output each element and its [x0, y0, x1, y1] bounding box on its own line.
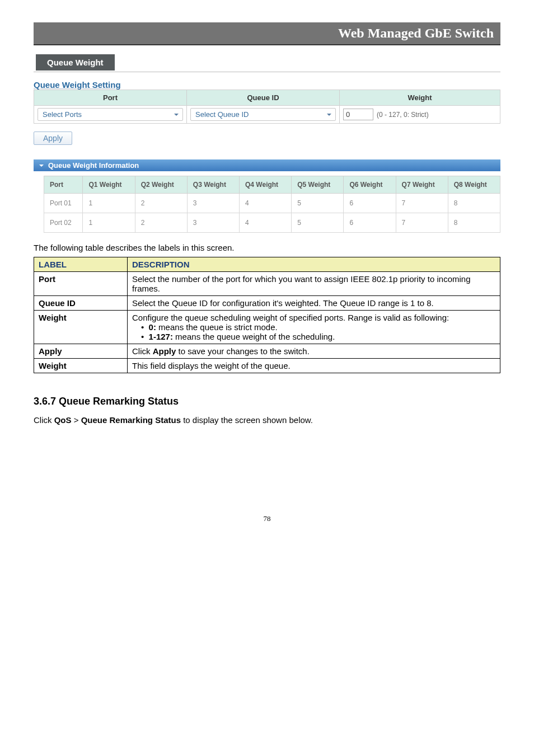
info-td: 7 [396, 194, 448, 213]
table-row: Weight This field displays the weight of… [34, 359, 500, 373]
weight-hint: (0 - 127, 0: Strict) [377, 111, 429, 119]
info-th: Q6 Weight [344, 176, 396, 194]
desc-label: Port [34, 272, 128, 296]
body-text-b2: Queue Remarking Status [81, 415, 181, 425]
page-number: 78 [34, 514, 500, 523]
info-td: 8 [448, 194, 500, 213]
config-table: Port Queue ID Weight Select Ports Select… [34, 90, 500, 124]
body-text-pre: Click [34, 415, 54, 425]
desc-bullet-key: 0: [149, 322, 156, 332]
info-th: Port [44, 176, 83, 194]
desc-th-desc: DESCRIPTION [128, 257, 500, 272]
queueid-select-label: Select Queue ID [195, 110, 249, 119]
desc-label: Weight [34, 311, 128, 344]
weight-cell: (0 - 127, 0: Strict) [343, 109, 496, 120]
info-th: Q1 Weight [83, 176, 135, 194]
desc-text: Click Apply to save your changes to the … [128, 344, 500, 359]
setting-title: Queue Weight Setting [34, 80, 500, 90]
description-table: LABEL DESCRIPTION Port Select the number… [34, 257, 500, 373]
header-rule [34, 44, 500, 45]
info-td: 4 [240, 213, 292, 233]
body-text-b1: QoS [54, 415, 72, 425]
table-row: Queue ID Select the Queue ID for configu… [34, 296, 500, 311]
desc-label: Queue ID [34, 296, 128, 311]
body-text-mid: > [72, 415, 81, 425]
info-td-port: Port 02 [44, 213, 83, 233]
info-bar: Queue Weight Information [34, 159, 500, 171]
info-td: 6 [344, 194, 396, 213]
table-row: Port 01 1 2 3 4 5 6 7 8 [44, 194, 500, 213]
section-tab-label: Queue Weight [47, 58, 104, 67]
config-header-weight: Weight [340, 90, 500, 106]
document-header: Web Managed GbE Switch [34, 22, 500, 44]
section-tab: Queue Weight [36, 54, 115, 71]
header-title: Web Managed GbE Switch [338, 26, 494, 40]
info-td: 8 [448, 213, 500, 233]
table-row: Port Select the number of the port for w… [34, 272, 500, 296]
section-rule [34, 72, 500, 72]
info-td-port: Port 01 [44, 194, 83, 213]
table-row: Port 02 1 2 3 4 5 6 7 8 [44, 213, 500, 233]
port-select-label: Select Ports [43, 110, 82, 119]
info-td: 2 [135, 213, 187, 233]
info-th: Q3 Weight [187, 176, 239, 194]
chevron-down-icon [326, 112, 332, 118]
sub-heading: 3.6.7 Queue Remarking Status [34, 396, 500, 407]
info-th: Q2 Weight [135, 176, 187, 194]
info-td: 1 [83, 213, 135, 233]
info-td: 4 [240, 194, 292, 213]
apply-button-label: Apply [43, 134, 63, 143]
desc-label: Apply [34, 344, 128, 359]
info-td: 2 [135, 194, 187, 213]
desc-bullet-text: means the queue weight of the scheduling… [173, 332, 335, 341]
info-th: Q5 Weight [292, 176, 344, 194]
desc-label: Weight [34, 359, 128, 373]
desc-line: Configure the queue scheduling weight of… [132, 313, 449, 322]
body-text-post: to display the screen shown below. [181, 415, 313, 425]
info-table: Port Q1 Weight Q2 Weight Q3 Weight Q4 We… [44, 176, 500, 233]
info-td: 1 [83, 194, 135, 213]
info-th: Q4 Weight [240, 176, 292, 194]
port-select[interactable]: Select Ports [38, 108, 183, 121]
chevron-down-icon [174, 112, 179, 118]
desc-pre: Click [132, 346, 153, 356]
table-row: Apply Click Apply to save your changes t… [34, 344, 500, 359]
chevron-down-icon[interactable] [38, 162, 45, 169]
info-td: 3 [187, 194, 239, 213]
desc-text: Configure the queue scheduling weight of… [128, 311, 500, 344]
table-caption: The following table describes the labels… [34, 243, 500, 252]
config-header-port: Port [34, 90, 187, 106]
weight-input[interactable] [343, 109, 373, 120]
info-td: 7 [396, 213, 448, 233]
info-td: 5 [292, 213, 344, 233]
desc-bold: Apply [153, 346, 176, 356]
info-th: Q7 Weight [396, 176, 448, 194]
info-th: Q8 Weight [448, 176, 500, 194]
desc-th-label: LABEL [34, 257, 128, 272]
queueid-select[interactable]: Select Queue ID [190, 108, 336, 121]
desc-text: This field displays the weight of the qu… [128, 359, 500, 373]
desc-text: Select the number of the port for which … [128, 272, 500, 296]
info-td: 3 [187, 213, 239, 233]
desc-text: Select the Queue ID for configuration it… [128, 296, 500, 311]
table-row: Weight Configure the queue scheduling we… [34, 311, 500, 344]
body-text: Click QoS > Queue Remarking Status to di… [34, 415, 500, 425]
info-bar-title: Queue Weight Information [48, 161, 139, 170]
apply-button[interactable]: Apply [34, 132, 72, 145]
info-td: 5 [292, 194, 344, 213]
info-td: 6 [344, 213, 396, 233]
desc-bullet-key: 1-127: [149, 332, 173, 341]
config-header-queueid: Queue ID [187, 90, 340, 106]
desc-bullet-text: means the queue is strict mode. [156, 322, 278, 332]
desc-post: to save your changes to the switch. [176, 346, 309, 356]
